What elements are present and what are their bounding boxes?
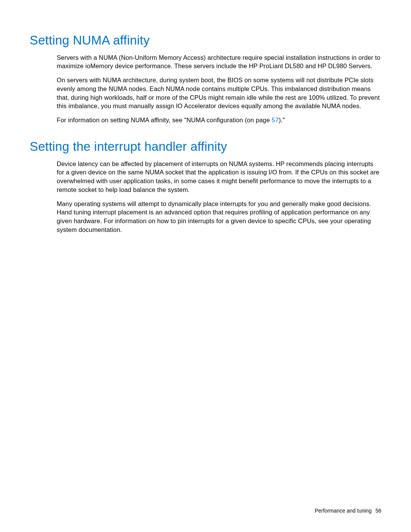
section-heading-numa: Setting NUMA affinity xyxy=(30,33,381,48)
text-fragment: For information on setting NUMA affinity… xyxy=(57,117,272,123)
page-link-57[interactable]: 57 xyxy=(272,117,279,123)
footer-section-title: Performance and tuning xyxy=(315,508,371,514)
text-fragment: )." xyxy=(279,117,285,123)
paragraph-text: Servers with a NUMA (Non-Uniform Memory … xyxy=(57,53,381,71)
page-footer: Performance and tuning56 xyxy=(315,508,381,514)
section-heading-interrupt: Setting the interrupt handler affinity xyxy=(30,139,381,154)
paragraph-text: Many operating systems will attempt to d… xyxy=(57,200,381,234)
paragraph-text: Device latency can be affected by placem… xyxy=(57,160,381,194)
paragraph-text: On servers with NUMA architecture, durin… xyxy=(57,76,381,110)
paragraph-text: For information on setting NUMA affinity… xyxy=(57,116,381,125)
footer-page-number: 56 xyxy=(375,508,381,514)
